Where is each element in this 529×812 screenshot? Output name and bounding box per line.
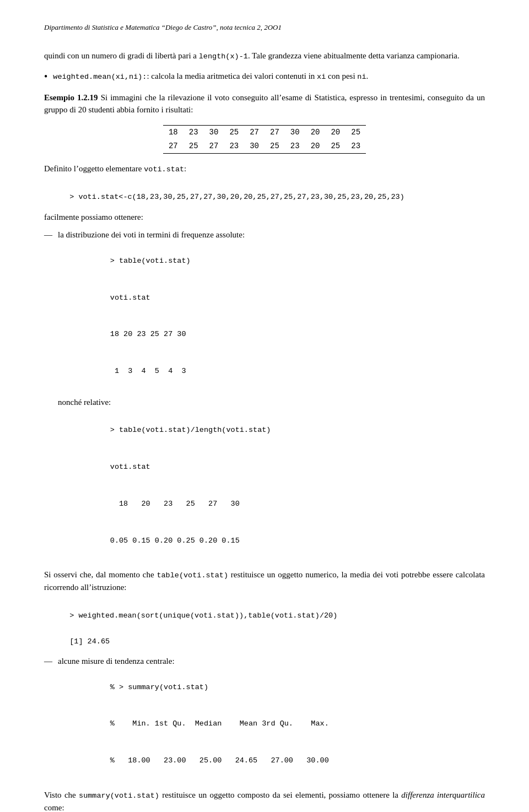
dash1-text: la distribuzione dei voti in termini di … <box>58 230 245 239</box>
code-table2-out2: 18 20 23 25 27 30 <box>74 488 271 521</box>
table-row-1: 18 23 30 25 27 27 30 20 20 25 <box>163 125 366 139</box>
bullet-code2: ni <box>357 73 366 81</box>
table-cell: 23 <box>183 125 204 139</box>
table-cell: 30 <box>204 125 224 139</box>
bullet-content: weighted.mean(xi,ni):: calcola la media … <box>53 70 368 83</box>
code-table1: > table(voti.stat) <box>74 245 271 278</box>
code-table2-out3: 0.05 0.15 0.20 0.25 0.20 0.15 <box>74 524 271 557</box>
table-cell: 20 <box>305 125 326 139</box>
bullet-end: . <box>366 72 369 80</box>
code-summary3: % 18.00 23.00 25.00 24.65 27.00 30.00 <box>74 744 329 778</box>
table-cell: 23 <box>224 139 244 154</box>
visto-3: come: <box>44 803 64 812</box>
code-weighted-out: [1] 24.65 <box>61 625 485 647</box>
cmd1-text: > voti.stat<-c(18,23,30,25,27,27,30,20,2… <box>69 193 404 201</box>
bullet-dot: • <box>44 70 47 84</box>
code-table1-out2: 18 20 23 25 27 30 <box>74 318 271 351</box>
code-table2-out1: voti.stat <box>74 451 271 484</box>
code-table2: > table(voti.stat)/length(voti.stat) <box>74 414 271 447</box>
dash-symbol-1: — <box>44 229 52 241</box>
table-cell: 27 <box>264 125 285 139</box>
dash-content-2: alcune misure di tendenza centrale: % > … <box>58 655 329 781</box>
code-cmd1: > voti.stat<-c(18,23,30,25,27,27,30,20,2… <box>61 181 485 203</box>
table-cell: 27 <box>163 139 183 154</box>
bullet-label: weighted.mean(xi,ni): <box>53 73 147 81</box>
dash-symbol-2: — <box>44 655 52 668</box>
header-text: Dipartimento di Statistica e Matematica … <box>44 23 282 31</box>
alcune-text: alcune misure di tendenza centrale: <box>58 657 175 665</box>
visto-code: summary(voti.stat) <box>79 792 159 800</box>
intro-code1: length(x)-1 <box>199 52 248 61</box>
intro-line1-end: . Tale grandezza viene abitualmente dett… <box>248 51 460 60</box>
table-cell: 23 <box>346 139 366 154</box>
table-cell: 27 <box>204 139 224 154</box>
table-cell: 20 <box>325 125 346 139</box>
visto-paragraph: Visto che summary(voti.stat) restituisce… <box>44 789 485 812</box>
code-table1-out1: voti.stat <box>74 281 271 315</box>
visto-2: restituisce un oggetto composto da sei e… <box>159 791 401 799</box>
table-cell: 25 <box>346 125 366 139</box>
bullet-item-weighted-mean: • weighted.mean(xi,ni):: calcola la medi… <box>44 70 485 84</box>
example-desc-text: Si immagini che la rilevazione il voto c… <box>44 93 485 115</box>
si-osservi-code: table(voti.stat) <box>156 571 228 580</box>
table-cell: 23 <box>285 139 305 154</box>
nonche-paragraph: nonché relative: <box>58 396 271 409</box>
definito-text: Definito l’oggetto elementare <box>44 164 144 173</box>
code-table1-out3: 1 3 4 5 4 3 <box>74 355 271 388</box>
definito-end: : <box>184 164 186 173</box>
table-cell: 20 <box>305 139 326 154</box>
si-osservi-paragraph: Si osservi che, dal momento che table(vo… <box>44 569 485 594</box>
visto-italic: differenza interquartilica <box>401 791 485 799</box>
table-cell: 27 <box>244 125 264 139</box>
table-cell: 25 <box>224 125 244 139</box>
table-absolute-freq: > table(voti.stat) voti.stat 18 20 23 25… <box>74 245 271 388</box>
intro-paragraph: quindi con un numero di gradi di libertà… <box>44 50 485 62</box>
visto-1: Visto che <box>44 791 79 799</box>
page-header: Dipartimento di Statistica e Matematica … <box>44 22 485 33</box>
table-cell: 25 <box>183 139 204 154</box>
bullet-text2: con pesi <box>326 72 357 80</box>
facilmente-text: facilmente possiamo ottenere: <box>44 213 143 221</box>
table-cell: 30 <box>285 125 305 139</box>
definito-paragraph: Definito l’oggetto elementare voti.stat: <box>44 163 485 175</box>
table-cell: 18 <box>163 125 183 139</box>
si-osservi-1: Si osservi che, dal momento che <box>44 570 156 579</box>
intro-line1: quindi con un numero di gradi di libertà… <box>44 51 199 60</box>
dash-content-1: la distribuzione dei voti in termini di … <box>58 229 271 561</box>
code-summary2: % Min. 1st Qu. Median Mean 3rd Qu. Max. <box>74 707 329 741</box>
code-summary1: % > summary(voti.stat) <box>74 670 329 704</box>
data-values-table: 18 23 30 25 27 27 30 20 20 25 27 25 27 2… <box>163 125 366 154</box>
table-relative-freq: > table(voti.stat)/length(voti.stat) vot… <box>74 414 271 557</box>
bullet-code1: xi <box>317 73 326 81</box>
table-row-2: 27 25 27 23 30 25 23 20 25 23 <box>163 139 366 154</box>
table-cell: 30 <box>244 139 264 154</box>
dash-item-2: — alcune misure di tendenza centrale: % … <box>44 655 485 781</box>
cmd-table1: > table(voti.stat) <box>110 257 191 265</box>
example-description: Esempio 1.2.19 Si immagini che la rileva… <box>44 91 485 116</box>
facilmente-paragraph: facilmente possiamo ottenere: <box>44 211 485 224</box>
example-label: Esempio 1.2.19 <box>44 93 98 102</box>
bullet-text: : calcola la media aritmetica dei valori… <box>147 72 317 80</box>
nonche-text: nonché relative: <box>58 398 111 407</box>
table-cell: 25 <box>264 139 285 154</box>
summary-block: % > summary(voti.stat) % Min. 1st Qu. Me… <box>74 670 329 777</box>
code-weighted: > weighted.mean(sort(unique(voti.stat)),… <box>61 599 485 622</box>
table-cell: 25 <box>325 139 346 154</box>
definito-code: voti.stat <box>144 165 184 174</box>
dash-item-1: — la distribuzione dei voti in termini d… <box>44 229 485 561</box>
